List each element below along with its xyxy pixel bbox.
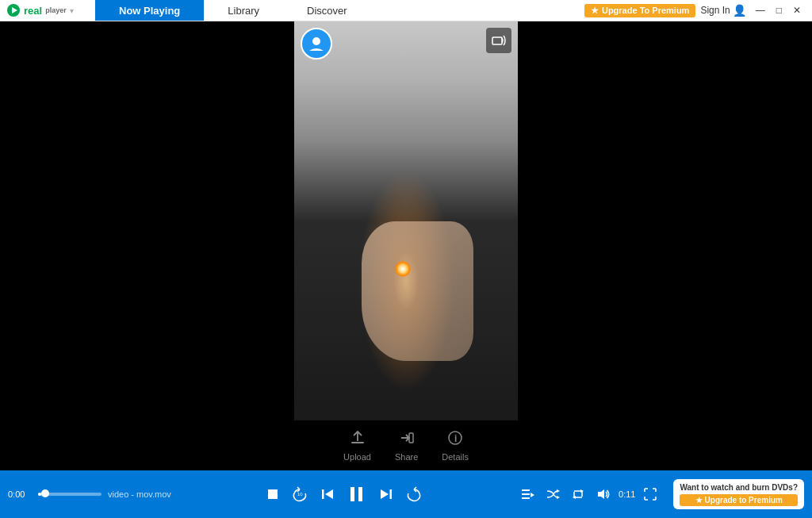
shuffle-button[interactable] [542, 485, 563, 503]
logo-subtext: player [45, 6, 67, 14]
previous-button[interactable] [317, 485, 338, 503]
svg-rect-14 [389, 489, 392, 499]
user-icon: 👤 [733, 4, 746, 17]
svg-marker-21 [557, 496, 560, 499]
right-controls: 0:11 [517, 485, 661, 503]
svg-rect-5 [409, 433, 413, 443]
signin-button[interactable]: Sign In 👤 [700, 4, 745, 17]
details-action[interactable]: i Details [442, 430, 469, 462]
video-content [294, 21, 518, 420]
playlist-icon [520, 487, 534, 501]
playback-controls: 10 [178, 483, 511, 505]
upload-action[interactable]: Upload [343, 430, 371, 462]
pause-icon [347, 485, 366, 504]
share-label: Share [395, 452, 418, 462]
total-time: 0:11 [619, 489, 635, 499]
window-controls: — □ ✕ [751, 3, 806, 17]
stop-icon [266, 488, 279, 501]
svg-text:i: i [454, 433, 457, 444]
star-icon: ★ [591, 6, 599, 16]
progress-bar[interactable] [38, 493, 102, 496]
svg-marker-20 [557, 489, 560, 493]
rewind-10-button[interactable]: 10 [289, 485, 311, 504]
minimize-button[interactable]: — [751, 3, 770, 17]
signin-label: Sign In [700, 5, 730, 16]
svg-rect-13 [358, 487, 362, 501]
upload-icon [350, 430, 366, 450]
file-name: video - mov.mov [108, 489, 171, 499]
tab-now-playing[interactable]: Now Playing [95, 0, 204, 21]
cast-svg-icon [492, 33, 506, 48]
profile-svg-icon [308, 35, 325, 52]
promo-text: Want to watch and burn DVDs? [680, 482, 798, 493]
tab-library[interactable]: Library [204, 0, 283, 21]
next-button[interactable] [376, 485, 396, 503]
nav-right-area: ★ Upgrade To Premium Sign In 👤 — □ ✕ [578, 3, 812, 17]
svg-rect-4 [351, 442, 364, 443]
svg-marker-19 [530, 493, 534, 497]
logo-area[interactable]: real player ▾ [0, 3, 95, 17]
playlist-button[interactable] [517, 485, 538, 503]
share-action[interactable]: Share [395, 430, 418, 462]
svg-text:10: 10 [297, 492, 303, 497]
repeat-icon [571, 487, 585, 501]
realplayer-logo-icon [6, 3, 21, 17]
logo-chevron-icon[interactable]: ▾ [70, 6, 74, 15]
svg-marker-15 [381, 489, 389, 499]
maximize-button[interactable]: □ [772, 3, 787, 17]
svg-rect-8 [268, 489, 278, 499]
hand-layer [362, 221, 473, 361]
rewind-10-icon: 10 [292, 486, 308, 502]
svg-rect-10 [322, 489, 324, 499]
promo-box: Want to watch and burn DVDs? ★ Upgrade t… [673, 479, 804, 509]
svg-marker-11 [325, 489, 333, 499]
svg-rect-16 [522, 489, 530, 491]
nav-tabs: Now Playing Library Discover [95, 0, 578, 21]
replay-icon [406, 486, 422, 502]
upgrade-premium-button-bottom[interactable]: ★ Upgrade to Premium [680, 494, 798, 506]
progress-thumb[interactable] [41, 489, 49, 497]
right-letterbox [518, 21, 812, 470]
current-time: 0:00 [8, 489, 32, 499]
upgrade-premium-button[interactable]: ★ Upgrade To Premium [584, 4, 695, 17]
share-icon [399, 430, 415, 450]
upload-label: Upload [343, 452, 371, 462]
main-content-area: Upload Share i Details [0, 21, 812, 470]
volume-button[interactable] [593, 485, 614, 503]
promo-cta-label: Upgrade to Premium [705, 496, 783, 505]
repeat-button[interactable] [568, 485, 588, 503]
top-navigation: real player ▾ Now Playing Library Discov… [0, 0, 812, 21]
logo-text: real [24, 5, 42, 17]
video-action-bar: Upload Share i Details [294, 420, 518, 470]
svg-marker-24 [598, 489, 604, 499]
fullscreen-icon [643, 487, 657, 501]
details-icon: i [447, 430, 463, 450]
video-frame[interactable] [294, 21, 518, 420]
left-letterbox [0, 21, 294, 470]
upgrade-label: Upgrade To Premium [602, 6, 689, 15]
svg-rect-17 [522, 493, 530, 495]
replay-button[interactable] [403, 485, 425, 504]
tab-discover[interactable]: Discover [283, 0, 371, 21]
promo-star-icon: ★ [695, 496, 703, 505]
profile-overlay-icon[interactable] [301, 28, 332, 59]
svg-rect-12 [350, 487, 354, 501]
stop-button[interactable] [263, 486, 282, 502]
close-button[interactable]: ✕ [788, 3, 806, 17]
play-pause-button[interactable] [344, 483, 370, 505]
next-icon [379, 487, 393, 501]
fullscreen-button[interactable] [640, 485, 661, 503]
shuffle-icon [546, 487, 560, 501]
svg-rect-18 [522, 497, 530, 499]
previous-icon [320, 487, 335, 501]
details-label: Details [442, 452, 469, 462]
svg-rect-3 [492, 37, 502, 44]
volume-icon [596, 487, 611, 501]
sparkle-glow [395, 261, 411, 277]
video-container: Upload Share i Details [294, 21, 518, 470]
svg-point-2 [312, 37, 320, 45]
bottom-player-bar: 0:00 video - mov.mov 10 [0, 470, 812, 518]
cast-overlay-icon[interactable] [486, 28, 511, 53]
